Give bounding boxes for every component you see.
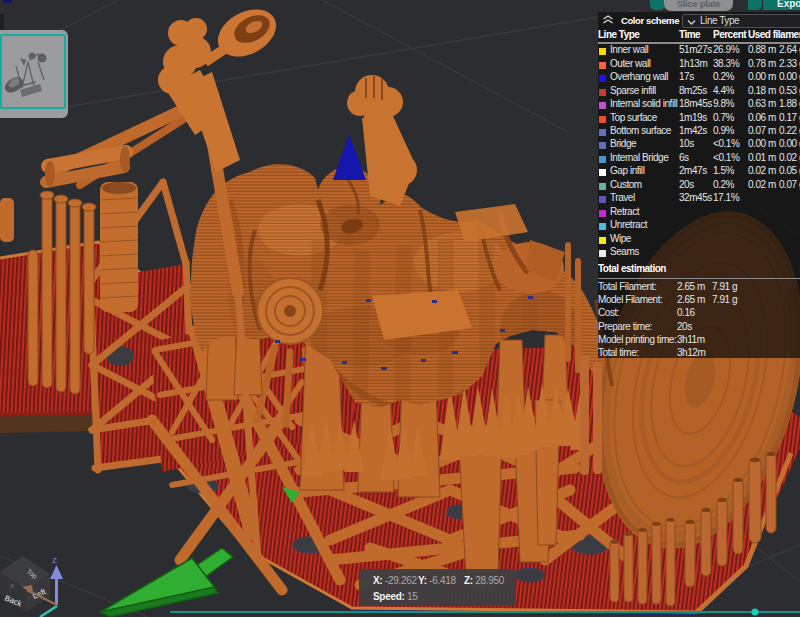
svg-text:Z: Z [52,556,57,565]
svg-text:x: x [10,581,14,590]
